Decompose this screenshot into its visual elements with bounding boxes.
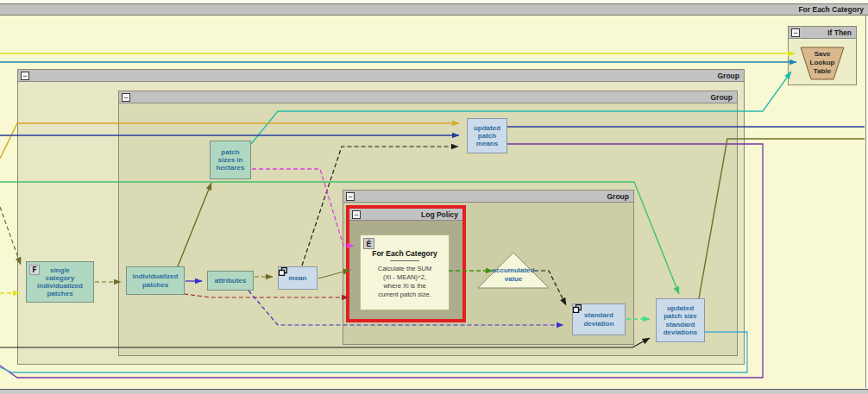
module-label: single category individualized patches bbox=[37, 266, 83, 298]
accumulated-value-module[interactable] bbox=[0, 0, 868, 394]
module-updated-patch-means[interactable]: updated patch means bbox=[467, 118, 507, 153]
module-label: individualized patches bbox=[133, 272, 179, 288]
loop-flag-icon: F bbox=[29, 265, 40, 275]
module-label: mean bbox=[289, 274, 307, 282]
workflow-canvas: For Each Category − Group − Group − Grou… bbox=[0, 0, 868, 394]
module-individualized-patches[interactable]: individualized patches bbox=[126, 266, 185, 295]
note-separator bbox=[390, 260, 419, 261]
accumulated-value-label: accumulated value bbox=[473, 266, 554, 283]
module-label: patch sizes in hectares bbox=[217, 148, 245, 172]
note-icon[interactable]: Ē bbox=[363, 238, 374, 249]
module-mean[interactable]: mean bbox=[278, 266, 318, 290]
module-patch-sizes-in-hectares[interactable]: patch sizes in hectares bbox=[210, 141, 251, 179]
module-label: updated patch size standard deviations bbox=[664, 304, 698, 336]
group-module-icon bbox=[573, 304, 582, 313]
annotation-note[interactable]: Ē For Each Category Calculate the SUM (X… bbox=[360, 235, 450, 310]
module-single-category-individualized-patches[interactable]: F single category individualized patches bbox=[26, 261, 94, 303]
module-attributes[interactable]: attributes bbox=[207, 271, 254, 291]
module-label: updated patch means bbox=[474, 124, 500, 148]
module-standard-deviation[interactable]: standard deviation bbox=[572, 303, 626, 335]
group-module-icon bbox=[279, 267, 287, 276]
module-label: attributes bbox=[215, 277, 246, 285]
module-updated-patch-size-standard-deviations[interactable]: updated patch size standard deviations bbox=[656, 298, 705, 342]
module-label: standard deviation bbox=[583, 311, 613, 327]
note-body-text: Calculate the SUM (Xi - MEAN)^2, where X… bbox=[361, 265, 449, 300]
save-lookup-table-label: Save Lookup Table bbox=[797, 50, 847, 76]
note-title: For Each Category bbox=[361, 249, 449, 258]
